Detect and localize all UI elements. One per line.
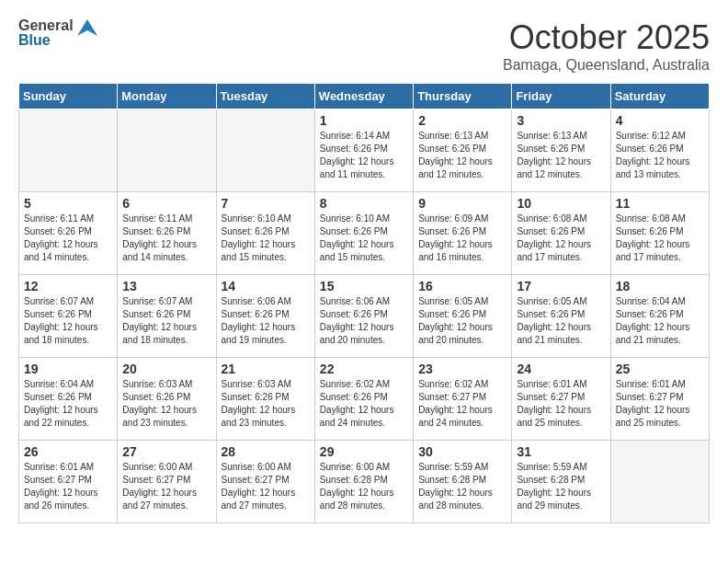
calendar-cell: 27Sunrise: 6:00 AM Sunset: 6:27 PM Dayli… [118, 441, 216, 523]
calendar-cell: 23Sunrise: 6:02 AM Sunset: 6:27 PM Dayli… [414, 358, 512, 441]
week-row-5: 26Sunrise: 6:01 AM Sunset: 6:27 PM Dayli… [19, 441, 710, 523]
day-number: 4 [616, 113, 704, 128]
day-info: Sunrise: 6:05 AM Sunset: 6:26 PM Dayligh… [517, 295, 605, 347]
day-info: Sunrise: 6:11 AM Sunset: 6:26 PM Dayligh… [122, 213, 210, 264]
calendar-cell: 5Sunrise: 6:11 AM Sunset: 6:26 PM Daylig… [19, 192, 118, 275]
calendar-cell: 4Sunrise: 6:12 AM Sunset: 6:26 PM Daylig… [610, 109, 709, 192]
calendar-cell [216, 109, 314, 192]
day-number: 14 [222, 279, 310, 293]
calendar-cell: 2Sunrise: 6:13 AM Sunset: 6:26 PM Daylig… [414, 109, 512, 192]
calendar-cell: 17Sunrise: 6:05 AM Sunset: 6:26 PM Dayli… [512, 275, 610, 358]
day-info: Sunrise: 6:13 AM Sunset: 6:26 PM Dayligh… [418, 130, 506, 181]
day-number: 18 [616, 279, 704, 293]
week-row-3: 12Sunrise: 6:07 AM Sunset: 6:26 PM Dayli… [19, 275, 710, 358]
day-number: 17 [517, 279, 605, 293]
day-info: Sunrise: 6:04 AM Sunset: 6:26 PM Dayligh… [616, 295, 704, 347]
day-number: 3 [517, 113, 605, 128]
day-info: Sunrise: 6:03 AM Sunset: 6:26 PM Dayligh… [122, 378, 210, 430]
calendar-cell: 26Sunrise: 6:01 AM Sunset: 6:27 PM Dayli… [19, 441, 118, 523]
day-number: 30 [418, 444, 506, 459]
week-row-4: 19Sunrise: 6:04 AM Sunset: 6:26 PM Dayli… [19, 358, 710, 441]
day-number: 9 [418, 196, 506, 211]
calendar-cell: 21Sunrise: 6:03 AM Sunset: 6:26 PM Dayli… [216, 358, 314, 441]
day-info: Sunrise: 6:10 AM Sunset: 6:26 PM Dayligh… [222, 213, 310, 264]
day-number: 6 [122, 196, 210, 211]
day-info: Sunrise: 5:59 AM Sunset: 6:28 PM Dayligh… [418, 461, 506, 512]
day-info: Sunrise: 6:06 AM Sunset: 6:26 PM Dayligh… [222, 295, 310, 347]
day-info: Sunrise: 6:01 AM Sunset: 6:27 PM Dayligh… [24, 461, 112, 512]
day-info: Sunrise: 6:08 AM Sunset: 6:26 PM Dayligh… [517, 213, 605, 264]
weekday-header-friday: Friday [512, 84, 610, 109]
day-info: Sunrise: 6:07 AM Sunset: 6:26 PM Dayligh… [122, 295, 210, 347]
day-number: 20 [122, 362, 210, 376]
day-number: 12 [24, 279, 112, 293]
day-number: 11 [616, 196, 704, 211]
day-number: 8 [320, 196, 408, 211]
day-info: Sunrise: 6:11 AM Sunset: 6:26 PM Dayligh… [24, 213, 112, 264]
calendar-cell [19, 109, 118, 192]
calendar-cell [610, 441, 709, 523]
title-area: October 2025 Bamaga, Queensland, Austral… [503, 18, 710, 74]
calendar-cell: 29Sunrise: 6:00 AM Sunset: 6:28 PM Dayli… [314, 441, 413, 523]
day-info: Sunrise: 6:03 AM Sunset: 6:26 PM Dayligh… [222, 378, 310, 430]
calendar-cell: 15Sunrise: 6:06 AM Sunset: 6:26 PM Dayli… [314, 275, 413, 358]
day-info: Sunrise: 6:05 AM Sunset: 6:26 PM Dayligh… [418, 295, 506, 347]
weekday-header-monday: Monday [118, 84, 216, 109]
weekday-header-tuesday: Tuesday [216, 84, 314, 109]
day-number: 25 [616, 362, 704, 376]
logo: General Blue [18, 18, 97, 48]
day-number: 24 [517, 362, 605, 376]
calendar-cell: 22Sunrise: 6:02 AM Sunset: 6:26 PM Dayli… [314, 358, 413, 441]
calendar-cell: 16Sunrise: 6:05 AM Sunset: 6:26 PM Dayli… [414, 275, 512, 358]
day-info: Sunrise: 6:07 AM Sunset: 6:26 PM Dayligh… [24, 295, 112, 347]
logo-general: General [18, 18, 74, 33]
week-row-2: 5Sunrise: 6:11 AM Sunset: 6:26 PM Daylig… [19, 192, 710, 275]
day-number: 27 [122, 444, 210, 459]
weekday-header-saturday: Saturday [610, 84, 709, 109]
calendar-cell: 18Sunrise: 6:04 AM Sunset: 6:26 PM Dayli… [610, 275, 709, 358]
day-info: Sunrise: 6:00 AM Sunset: 6:28 PM Dayligh… [320, 461, 408, 512]
day-number: 21 [222, 362, 310, 376]
day-info: Sunrise: 6:10 AM Sunset: 6:26 PM Dayligh… [320, 213, 408, 264]
day-number: 22 [320, 362, 408, 376]
calendar-cell: 3Sunrise: 6:13 AM Sunset: 6:26 PM Daylig… [512, 109, 610, 192]
day-info: Sunrise: 6:02 AM Sunset: 6:26 PM Dayligh… [320, 378, 408, 430]
calendar-cell [118, 109, 216, 192]
day-info: Sunrise: 6:06 AM Sunset: 6:26 PM Dayligh… [320, 295, 408, 347]
day-number: 23 [418, 362, 506, 376]
calendar-cell: 9Sunrise: 6:09 AM Sunset: 6:26 PM Daylig… [414, 192, 512, 275]
day-number: 26 [24, 444, 112, 459]
page-header: General Blue October 2025 Bamaga, Queens… [18, 18, 710, 74]
calendar-cell: 10Sunrise: 6:08 AM Sunset: 6:26 PM Dayli… [512, 192, 610, 275]
day-number: 7 [222, 196, 310, 211]
day-number: 28 [222, 444, 310, 459]
calendar-cell: 30Sunrise: 5:59 AM Sunset: 6:28 PM Dayli… [414, 441, 512, 523]
day-number: 1 [320, 113, 408, 128]
day-number: 15 [320, 279, 408, 293]
calendar-cell: 7Sunrise: 6:10 AM Sunset: 6:26 PM Daylig… [216, 192, 314, 275]
weekday-header-sunday: Sunday [19, 84, 118, 109]
day-number: 31 [517, 444, 605, 459]
day-info: Sunrise: 6:01 AM Sunset: 6:27 PM Dayligh… [616, 378, 704, 430]
day-number: 5 [24, 196, 112, 211]
calendar-cell: 25Sunrise: 6:01 AM Sunset: 6:27 PM Dayli… [610, 358, 709, 441]
calendar-cell: 20Sunrise: 6:03 AM Sunset: 6:26 PM Dayli… [118, 358, 216, 441]
calendar-cell: 13Sunrise: 6:07 AM Sunset: 6:26 PM Dayli… [118, 275, 216, 358]
day-number: 2 [418, 113, 506, 128]
day-number: 13 [122, 279, 210, 293]
week-row-1: 1Sunrise: 6:14 AM Sunset: 6:26 PM Daylig… [19, 109, 710, 192]
calendar-cell: 19Sunrise: 6:04 AM Sunset: 6:26 PM Dayli… [19, 358, 118, 441]
day-info: Sunrise: 6:00 AM Sunset: 6:27 PM Dayligh… [222, 461, 310, 512]
day-number: 19 [24, 362, 112, 376]
weekday-header-row: SundayMondayTuesdayWednesdayThursdayFrid… [19, 84, 710, 109]
calendar-cell: 12Sunrise: 6:07 AM Sunset: 6:26 PM Dayli… [19, 275, 118, 358]
calendar-cell: 24Sunrise: 6:01 AM Sunset: 6:27 PM Dayli… [512, 358, 610, 441]
calendar-cell: 6Sunrise: 6:11 AM Sunset: 6:26 PM Daylig… [118, 192, 216, 275]
day-info: Sunrise: 6:13 AM Sunset: 6:26 PM Dayligh… [517, 130, 605, 181]
calendar-cell: 31Sunrise: 5:59 AM Sunset: 6:28 PM Dayli… [512, 441, 610, 523]
calendar-table: SundayMondayTuesdayWednesdayThursdayFrid… [18, 83, 710, 523]
svg-marker-0 [77, 19, 97, 36]
location: Bamaga, Queensland, Australia [503, 57, 710, 74]
day-info: Sunrise: 6:12 AM Sunset: 6:26 PM Dayligh… [616, 130, 704, 181]
calendar-cell: 11Sunrise: 6:08 AM Sunset: 6:26 PM Dayli… [610, 192, 709, 275]
